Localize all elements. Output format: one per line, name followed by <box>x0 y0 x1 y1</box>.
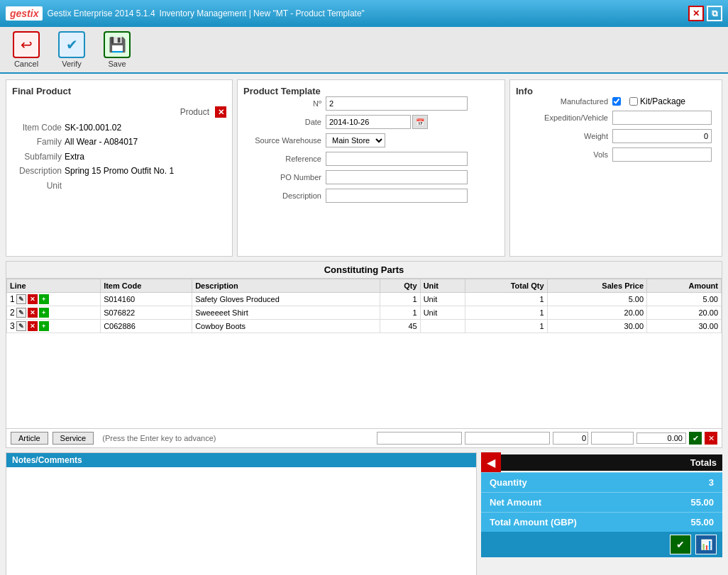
back-arrow-button[interactable]: ◀ <box>481 452 501 472</box>
info-title: Info <box>516 86 533 96</box>
app-name: Gestix Enterprise 2014 5.1.4 <box>47 9 155 18</box>
save-label: Save <box>108 60 126 68</box>
cell-unit <box>420 320 465 333</box>
product-label: Product <box>180 107 209 117</box>
cancel-icon: ↩ <box>13 31 40 58</box>
cell-description: Sweeeeet Shirt <box>192 306 380 320</box>
parts-footer: Article Service (Press the Enter key to … <box>6 428 722 447</box>
kit-package-label: Kit/Package <box>640 96 685 106</box>
calendar-button[interactable]: 📅 <box>412 115 428 129</box>
expedition-vehicle-row: Expedition/Vehicle <box>516 111 716 125</box>
final-product-panel: Final Product Product ✕ Item Code SK-100… <box>6 79 233 257</box>
source-warehouse-row: Source Warehouse Main Store <box>243 133 499 147</box>
cell-line: 3 ✎ ✕ + <box>7 320 101 333</box>
service-button[interactable]: Service <box>53 432 94 445</box>
totals-actions: ✔ 📊 <box>481 532 722 557</box>
pt-description-row: Description <box>243 189 499 203</box>
delete-row-button[interactable]: ✕ <box>28 308 38 318</box>
line-number: 2 <box>10 308 15 318</box>
item-code-value: SK-100.001.02 <box>65 121 121 135</box>
expedition-vehicle-input[interactable] <box>612 111 712 125</box>
cancel-button[interactable]: ↩ Cancel <box>7 31 45 68</box>
pt-description-input[interactable] <box>326 189 468 203</box>
subfamily-label: Subfamily <box>12 150 62 164</box>
totals-header: Totals <box>501 454 722 471</box>
cell-item-code: C062886 <box>101 320 192 333</box>
cell-total-qty: 1 <box>465 306 547 320</box>
col-unit: Unit <box>420 279 465 293</box>
save-button[interactable]: 💾 Save <box>98 31 136 68</box>
col-sales-price: Sales Price <box>547 279 646 293</box>
total-amount-row: Total Amount (GBP) 55.00 <box>481 512 722 532</box>
verify-button[interactable]: ✔ Verify <box>53 31 91 68</box>
cell-sales-price: 5.00 <box>547 293 646 306</box>
line-number: 3 <box>10 321 15 331</box>
checkrow: Kit/Package <box>612 96 685 106</box>
product-template-panel: Product Template Nº Date 📅 Source Wareho… <box>237 79 505 257</box>
restore-button[interactable]: ⧉ <box>707 6 722 21</box>
footer-inputs: 0.00 ✔ ✕ <box>377 432 717 445</box>
cell-description: Cowboy Boots <box>192 320 380 333</box>
cell-total-qty: 1 <box>465 320 547 333</box>
cell-qty: 1 <box>380 293 420 306</box>
cell-amount: 20.00 <box>647 306 722 320</box>
manufactured-row: Manufactured Kit/Package <box>516 96 716 106</box>
manufactured-check-label <box>612 96 621 106</box>
cell-item-code: S076822 <box>101 306 192 320</box>
export-totals-button[interactable]: 📊 <box>695 535 717 554</box>
add-row-button[interactable]: + <box>39 308 49 318</box>
cell-unit: Unit <box>420 306 465 320</box>
expedition-vehicle-label: Expedition/Vehicle <box>516 113 608 122</box>
manufactured-checkbox[interactable] <box>612 97 621 106</box>
quantity-row: Quantity 3 <box>481 472 722 492</box>
net-amount-row: Net Amount 55.00 <box>481 492 722 512</box>
add-row-button[interactable]: + <box>39 321 49 331</box>
verify-label: Verify <box>62 60 82 68</box>
final-product-title: Final Product <box>12 86 71 96</box>
line-number: 1 <box>10 294 15 304</box>
cell-qty: 1 <box>380 306 420 320</box>
footer-item-code-input[interactable] <box>377 432 462 445</box>
edit-row-button[interactable]: ✎ <box>16 294 26 304</box>
product-template-title: Product Template <box>243 86 321 96</box>
footer-description-input[interactable] <box>465 432 550 445</box>
net-amount-label: Net Amount <box>490 497 541 508</box>
add-row-button[interactable]: + <box>39 294 49 304</box>
weight-input[interactable] <box>612 129 712 143</box>
date-row: Date 📅 <box>243 115 499 129</box>
delete-row-button[interactable]: ✕ <box>28 294 38 304</box>
verify-totals-button[interactable]: ✔ <box>670 535 691 554</box>
close-button[interactable]: ✕ <box>688 6 704 21</box>
footer-unit-input[interactable] <box>591 432 634 445</box>
n-input[interactable] <box>326 96 468 111</box>
col-line: Line <box>7 279 101 293</box>
kit-package-checkbox[interactable] <box>629 97 638 106</box>
col-total-qty: Total Qty <box>465 279 547 293</box>
edit-row-button[interactable]: ✎ <box>16 321 26 331</box>
verify-icon: ✔ <box>58 31 85 58</box>
info-panel: Info Manufactured Kit/Package Expedition… <box>509 79 722 257</box>
save-row-button[interactable]: ✔ <box>689 432 702 445</box>
cancel-row-button[interactable]: ✕ <box>705 432 717 445</box>
product-clear-button[interactable]: ✕ <box>215 106 226 118</box>
cell-description: Safety Gloves Produced <box>192 293 380 306</box>
totals-panel: ◀ Totals Quantity 3 Net Amount 55.00 Tot… <box>481 452 722 575</box>
col-description: Description <box>192 279 380 293</box>
vols-row: Vols <box>516 147 716 162</box>
po-number-input[interactable] <box>326 170 468 184</box>
delete-row-button[interactable]: ✕ <box>28 321 38 331</box>
cell-qty: 45 <box>380 320 420 333</box>
reference-row: Reference <box>243 152 499 166</box>
col-item-code: Item Code <box>101 279 192 293</box>
reference-input[interactable] <box>326 152 468 166</box>
source-warehouse-select[interactable]: Main Store <box>326 133 385 147</box>
family-value: All Wear - A084017 <box>65 135 138 149</box>
article-button[interactable]: Article <box>11 432 48 445</box>
vols-input[interactable] <box>612 147 712 162</box>
quantity-value: 3 <box>709 477 714 488</box>
notes-textarea[interactable] <box>9 470 473 573</box>
notes-header: Notes/Comments <box>6 453 476 467</box>
edit-row-button[interactable]: ✎ <box>16 308 26 318</box>
footer-qty-input[interactable] <box>553 432 588 445</box>
date-input[interactable] <box>326 115 411 129</box>
